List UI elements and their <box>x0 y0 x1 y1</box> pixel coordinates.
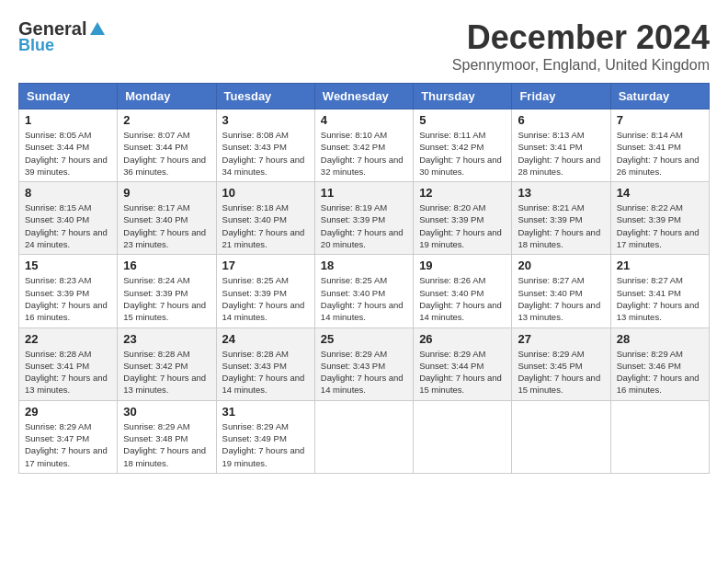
logo: General Blue <box>18 18 107 55</box>
day-number: 21 <box>617 259 703 272</box>
day-info: Sunrise: 8:29 AMSunset: 3:46 PMDaylight:… <box>617 348 703 396</box>
calendar-cell: 28Sunrise: 8:29 AMSunset: 3:46 PMDayligh… <box>610 327 709 400</box>
day-number: 11 <box>321 186 407 200</box>
calendar-week-row: 8Sunrise: 8:15 AMSunset: 3:40 PMDaylight… <box>19 182 710 255</box>
title-section: December 2024 Spennymoor, England, Unite… <box>452 18 710 74</box>
day-info: Sunrise: 8:11 AMSunset: 3:42 PMDaylight:… <box>419 129 506 178</box>
day-info: Sunrise: 8:28 AMSunset: 3:42 PMDaylight:… <box>123 348 210 396</box>
day-number: 9 <box>123 186 210 200</box>
day-number: 1 <box>25 113 111 127</box>
day-number: 24 <box>222 332 309 346</box>
day-info: Sunrise: 8:08 AMSunset: 3:43 PMDaylight:… <box>222 129 309 178</box>
day-number: 22 <box>25 332 111 346</box>
calendar-week-row: 1Sunrise: 8:05 AMSunset: 3:44 PMDaylight… <box>19 109 710 182</box>
calendar-cell <box>610 400 709 473</box>
day-number: 20 <box>518 259 604 272</box>
calendar-cell: 3Sunrise: 8:08 AMSunset: 3:43 PMDaylight… <box>216 109 314 182</box>
day-info: Sunrise: 8:23 AMSunset: 3:39 PMDaylight:… <box>25 274 111 323</box>
calendar-cell: 23Sunrise: 8:28 AMSunset: 3:42 PMDayligh… <box>118 327 216 400</box>
calendar-cell: 7Sunrise: 8:14 AMSunset: 3:41 PMDaylight… <box>610 109 709 182</box>
calendar-cell: 20Sunrise: 8:27 AMSunset: 3:40 PMDayligh… <box>512 255 610 327</box>
calendar-cell: 5Sunrise: 8:11 AMSunset: 3:42 PMDaylight… <box>414 109 512 182</box>
day-info: Sunrise: 8:07 AMSunset: 3:44 PMDaylight:… <box>123 129 210 178</box>
calendar-table: SundayMondayTuesdayWednesdayThursdayFrid… <box>18 83 710 474</box>
day-number: 14 <box>617 186 703 200</box>
day-number: 12 <box>419 186 506 200</box>
day-info: Sunrise: 8:13 AMSunset: 3:41 PMDaylight:… <box>518 129 604 178</box>
day-number: 5 <box>419 113 506 127</box>
day-info: Sunrise: 8:28 AMSunset: 3:41 PMDaylight:… <box>25 348 111 396</box>
location: Spennymoor, England, United Kingdom <box>452 57 710 74</box>
calendar-cell: 30Sunrise: 8:29 AMSunset: 3:48 PMDayligh… <box>118 400 216 473</box>
calendar-cell <box>414 400 512 473</box>
day-info: Sunrise: 8:20 AMSunset: 3:39 PMDaylight:… <box>419 201 506 250</box>
weekday-header-wednesday: Wednesday <box>314 84 413 109</box>
day-info: Sunrise: 8:29 AMSunset: 3:43 PMDaylight:… <box>321 348 407 396</box>
calendar-cell: 10Sunrise: 8:18 AMSunset: 3:40 PMDayligh… <box>216 182 314 255</box>
calendar-cell: 25Sunrise: 8:29 AMSunset: 3:43 PMDayligh… <box>314 327 413 400</box>
calendar-cell: 24Sunrise: 8:28 AMSunset: 3:43 PMDayligh… <box>216 327 314 400</box>
day-info: Sunrise: 8:25 AMSunset: 3:39 PMDaylight:… <box>222 274 309 323</box>
logo-icon <box>88 20 107 39</box>
day-info: Sunrise: 8:24 AMSunset: 3:39 PMDaylight:… <box>123 274 210 323</box>
day-info: Sunrise: 8:29 AMSunset: 3:47 PMDaylight:… <box>25 420 111 469</box>
day-info: Sunrise: 8:29 AMSunset: 3:44 PMDaylight:… <box>419 348 506 396</box>
day-info: Sunrise: 8:19 AMSunset: 3:39 PMDaylight:… <box>321 201 407 250</box>
calendar-cell: 27Sunrise: 8:29 AMSunset: 3:45 PMDayligh… <box>512 327 610 400</box>
day-number: 29 <box>25 405 111 419</box>
day-info: Sunrise: 8:14 AMSunset: 3:41 PMDaylight:… <box>617 129 703 178</box>
logo-blue-text: Blue <box>18 36 54 54</box>
calendar-week-row: 22Sunrise: 8:28 AMSunset: 3:41 PMDayligh… <box>19 327 710 400</box>
day-number: 16 <box>123 259 210 272</box>
calendar-cell: 19Sunrise: 8:26 AMSunset: 3:40 PMDayligh… <box>414 255 512 327</box>
day-info: Sunrise: 8:21 AMSunset: 3:39 PMDaylight:… <box>518 201 604 250</box>
day-number: 27 <box>518 332 604 346</box>
day-info: Sunrise: 8:18 AMSunset: 3:40 PMDaylight:… <box>222 201 309 250</box>
calendar-cell <box>512 400 610 473</box>
day-info: Sunrise: 8:26 AMSunset: 3:40 PMDaylight:… <box>419 274 506 323</box>
day-info: Sunrise: 8:28 AMSunset: 3:43 PMDaylight:… <box>222 348 309 396</box>
calendar-cell: 13Sunrise: 8:21 AMSunset: 3:39 PMDayligh… <box>512 182 610 255</box>
calendar-cell: 22Sunrise: 8:28 AMSunset: 3:41 PMDayligh… <box>19 327 118 400</box>
calendar-cell: 12Sunrise: 8:20 AMSunset: 3:39 PMDayligh… <box>414 182 512 255</box>
day-number: 25 <box>321 332 407 346</box>
calendar-cell: 21Sunrise: 8:27 AMSunset: 3:41 PMDayligh… <box>610 255 709 327</box>
day-number: 8 <box>25 186 111 200</box>
svg-marker-0 <box>90 22 105 35</box>
day-number: 17 <box>222 259 309 272</box>
weekday-header-monday: Monday <box>118 84 216 109</box>
day-info: Sunrise: 8:05 AMSunset: 3:44 PMDaylight:… <box>25 129 111 178</box>
day-info: Sunrise: 8:15 AMSunset: 3:40 PMDaylight:… <box>25 201 111 250</box>
day-info: Sunrise: 8:27 AMSunset: 3:41 PMDaylight:… <box>617 274 703 323</box>
day-number: 31 <box>222 405 309 419</box>
day-number: 19 <box>419 259 506 272</box>
day-number: 13 <box>518 186 604 200</box>
day-number: 2 <box>123 113 210 127</box>
day-info: Sunrise: 8:29 AMSunset: 3:45 PMDaylight:… <box>518 348 604 396</box>
day-number: 4 <box>321 113 407 127</box>
month-title: December 2024 <box>452 18 710 57</box>
calendar-cell <box>314 400 413 473</box>
calendar-cell: 14Sunrise: 8:22 AMSunset: 3:39 PMDayligh… <box>610 182 709 255</box>
day-number: 3 <box>222 113 309 127</box>
calendar-cell: 18Sunrise: 8:25 AMSunset: 3:40 PMDayligh… <box>314 255 413 327</box>
day-number: 18 <box>321 259 407 272</box>
day-number: 26 <box>419 332 506 346</box>
day-number: 7 <box>617 113 703 127</box>
calendar-cell: 31Sunrise: 8:29 AMSunset: 3:49 PMDayligh… <box>216 400 314 473</box>
weekday-header-sunday: Sunday <box>19 84 118 109</box>
day-info: Sunrise: 8:29 AMSunset: 3:48 PMDaylight:… <box>123 420 210 469</box>
calendar-cell: 1Sunrise: 8:05 AMSunset: 3:44 PMDaylight… <box>19 109 118 182</box>
day-info: Sunrise: 8:22 AMSunset: 3:39 PMDaylight:… <box>617 201 703 250</box>
day-number: 28 <box>617 332 703 346</box>
day-info: Sunrise: 8:25 AMSunset: 3:40 PMDaylight:… <box>321 274 407 323</box>
day-number: 30 <box>123 405 210 419</box>
weekday-header-tuesday: Tuesday <box>216 84 314 109</box>
calendar-cell: 6Sunrise: 8:13 AMSunset: 3:41 PMDaylight… <box>512 109 610 182</box>
calendar-cell: 11Sunrise: 8:19 AMSunset: 3:39 PMDayligh… <box>314 182 413 255</box>
day-info: Sunrise: 8:10 AMSunset: 3:42 PMDaylight:… <box>321 129 407 178</box>
weekday-header-friday: Friday <box>512 84 610 109</box>
weekday-header-saturday: Saturday <box>610 84 709 109</box>
calendar-header-row: SundayMondayTuesdayWednesdayThursdayFrid… <box>19 84 710 109</box>
calendar-cell: 26Sunrise: 8:29 AMSunset: 3:44 PMDayligh… <box>414 327 512 400</box>
